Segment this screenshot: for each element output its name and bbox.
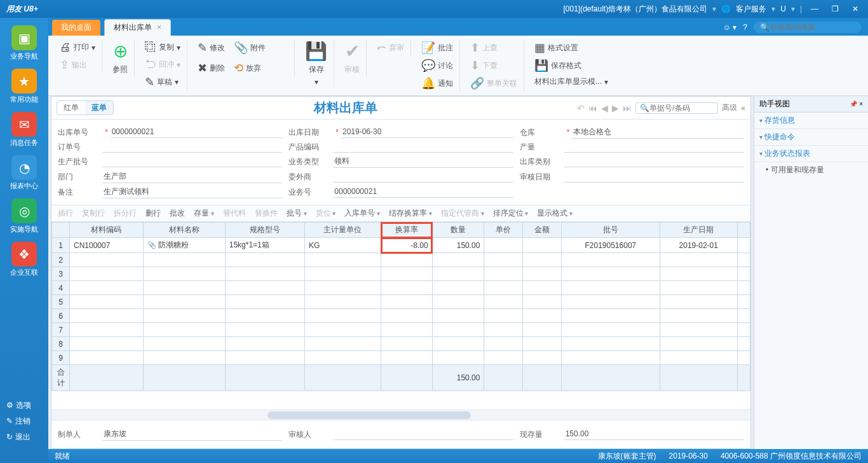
gt-batchedit[interactable]: 批改 [170, 208, 185, 219]
detail-grid[interactable]: 材料编码 材料名称 规格型号 主计量单位 换算率 数量 单价 金额 批号 生产日… [51, 222, 750, 410]
next-icon[interactable]: ▶ [612, 103, 619, 113]
reference-button[interactable]: ⊕参照 [110, 39, 130, 76]
output-button[interactable]: ⇪输出 [57, 57, 98, 73]
table-row[interactable]: 7 [52, 323, 750, 337]
nav-biznav[interactable]: ▣业务导航 [6, 25, 42, 61]
remark-field[interactable]: 生产测试领料 [102, 186, 282, 198]
nav-impl[interactable]: ◎实施导航 [6, 198, 42, 234]
save-button[interactable]: 💾保存 ▾ [302, 39, 330, 88]
barcode-search-input[interactable] [770, 23, 855, 32]
lot-field[interactable] [102, 156, 282, 167]
section-stock[interactable]: 存货信息 [754, 113, 868, 129]
advanced-link[interactable]: 高级 [722, 102, 737, 113]
nav-report[interactable]: ◔报表中心 [6, 155, 42, 191]
whole-rel-button[interactable]: 🔗整单关联 [468, 75, 520, 92]
gt-balrate[interactable]: 结存换算率 [389, 208, 432, 219]
tab-desktop[interactable]: 我的桌面 [52, 20, 100, 36]
last-icon[interactable]: ⏭ [623, 103, 632, 113]
gt-sort[interactable]: 排序定位 [493, 208, 529, 219]
biz-no-field[interactable]: 0000000021 [333, 186, 513, 198]
table-row[interactable]: 8 [52, 337, 750, 351]
out-type-field[interactable] [564, 156, 744, 167]
col-qty[interactable]: 数量 [432, 223, 484, 238]
u-menu[interactable]: U [780, 4, 786, 13]
draft-button[interactable]: ✎草稿 ▾ [142, 74, 183, 90]
globe-icon[interactable]: 🌐 [721, 4, 731, 13]
edit-button[interactable]: ✎修改 [195, 39, 227, 56]
pin-icon[interactable]: 📌 × [850, 100, 863, 107]
gt-copyrow[interactable]: 复制行 [82, 208, 105, 219]
table-row[interactable]: 6 [52, 309, 750, 323]
prev-icon[interactable]: ◀ [601, 103, 608, 113]
table-row[interactable]: 4 [52, 281, 750, 295]
restore-button[interactable]: ❐ [827, 4, 843, 13]
display-template-button[interactable]: 材料出库单显示模... ▾ [532, 75, 611, 88]
gt-stock[interactable]: 存量 [194, 208, 214, 219]
section-bizreport[interactable]: 业务状态报表 [754, 146, 868, 162]
col-price[interactable]: 单价 [484, 223, 523, 238]
col-uom[interactable]: 主计量单位 [304, 223, 381, 238]
table-row[interactable]: 1 CN100007 📎 防潮糖粉 15kg*1=1箱 KG -8.00 150… [52, 238, 750, 253]
warehouse-field[interactable]: 本地合格仓 [572, 126, 744, 139]
dept-field[interactable]: 生产部 [102, 170, 282, 183]
out-no-field[interactable]: 0000000021 [111, 127, 283, 138]
col-code[interactable]: 材料编码 [70, 223, 144, 238]
collapse-icon[interactable]: « [741, 104, 745, 113]
close-button[interactable]: ✕ [848, 4, 863, 13]
nav-enterprise[interactable]: ❖企业互联 [6, 242, 42, 277]
gt-inno[interactable]: 入库单号 [344, 208, 380, 219]
print-button[interactable]: 🖨打印 ▾ [57, 39, 98, 55]
locator-input[interactable] [649, 104, 714, 113]
table-row[interactable]: 9 [52, 351, 750, 365]
smiley-icon[interactable]: ☺ ▾ [723, 23, 737, 32]
biz-type-field[interactable]: 领料 [333, 155, 513, 168]
nav-logout[interactable]: ✎注销 [0, 413, 48, 429]
customer-service-link[interactable]: 客户服务 [736, 4, 766, 15]
col-rownum[interactable] [52, 223, 70, 238]
nav-options[interactable]: ⚙选项 [0, 397, 48, 413]
attach-button[interactable]: 📎附件 [231, 39, 268, 56]
nav-message[interactable]: ✉消息任务 [6, 112, 42, 148]
gt-lot[interactable]: 批号 [287, 208, 307, 219]
blue-tab[interactable]: 蓝单 [85, 101, 113, 114]
close-tab-icon[interactable]: × [157, 23, 161, 32]
item-available-onhand[interactable]: 可用量和现存量 [754, 162, 868, 178]
col-lot[interactable]: 批号 [562, 223, 660, 238]
gt-loc[interactable]: 货位 [316, 208, 336, 219]
gt-delrow[interactable]: 删行 [146, 208, 161, 219]
trace-down-button[interactable]: ⬇下查 [468, 57, 520, 74]
locator[interactable]: 🔍 [635, 102, 718, 114]
red-tab[interactable]: 红单 [57, 101, 85, 114]
nav-common[interactable]: ★常用功能 [6, 69, 42, 104]
section-shortcut[interactable]: 快捷命令 [754, 129, 868, 146]
col-spec[interactable]: 规格型号 [225, 223, 304, 238]
col-rate[interactable]: 换算率 [381, 223, 433, 238]
minimize-button[interactable]: — [807, 4, 822, 13]
table-row[interactable]: 3 [52, 267, 750, 281]
out-date-field[interactable]: 2019-06-30 [341, 127, 513, 138]
table-row[interactable]: 5 [52, 295, 750, 309]
abandon-audit-button[interactable]: ⤺弃审 [374, 39, 407, 56]
annotate-button[interactable]: 📝批注 [419, 39, 456, 56]
gt-split[interactable]: 拆分行 [114, 208, 137, 219]
col-pdate[interactable]: 生产日期 [660, 223, 737, 238]
discard-button[interactable]: ⟲放弃 [231, 60, 264, 76]
delete-button[interactable]: ✖删除 [195, 60, 227, 76]
col-amt[interactable]: 金额 [523, 223, 562, 238]
notify-button[interactable]: 🔔通知 [419, 75, 456, 92]
nav-exit[interactable]: ↻退出 [0, 429, 48, 445]
help-icon[interactable]: ? [743, 23, 747, 32]
table-row[interactable]: 2 [52, 253, 750, 267]
gt-display[interactable]: 显示格式 [537, 208, 573, 219]
trace-up-button[interactable]: ⬆上查 [468, 39, 520, 56]
horizontal-scrollbar[interactable] [51, 410, 750, 420]
prod-code-field[interactable] [333, 141, 513, 153]
barcode-search[interactable]: 🔍 [754, 22, 862, 33]
reverse-button[interactable]: ⮌回冲 ▾ [142, 57, 183, 73]
undo-icon[interactable]: ↶ [577, 103, 585, 113]
copy-button[interactable]: ⿻复制 ▾ [142, 39, 183, 55]
outsource-field[interactable] [333, 171, 513, 183]
save-format-button[interactable]: 💾保存格式 [532, 57, 611, 74]
gt-replace[interactable]: 替换件 [255, 208, 278, 219]
output-qty-field[interactable] [564, 141, 744, 153]
